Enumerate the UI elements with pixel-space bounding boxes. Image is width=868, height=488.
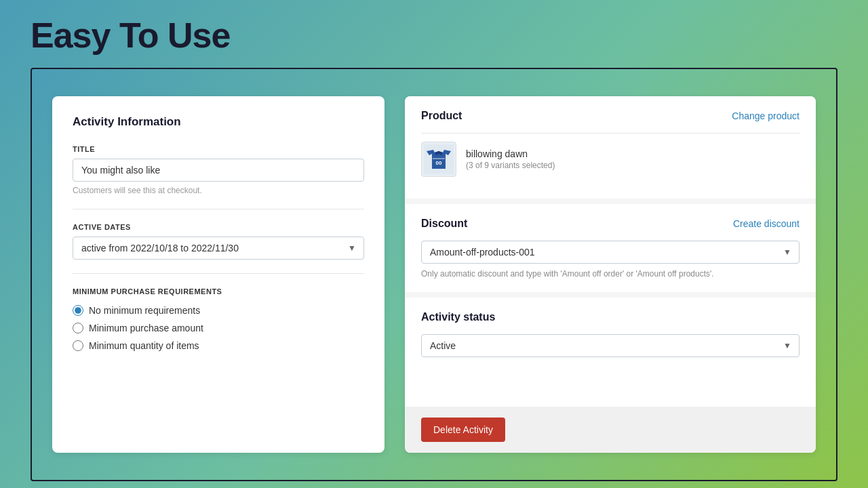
product-info: billowing dawn (3 of 9 variants selected…: [466, 148, 555, 170]
activity-information-title: Activity Information: [73, 115, 364, 129]
product-section-header: Product Change product: [421, 110, 800, 122]
discount-section-header: Discount Create discount: [421, 218, 800, 230]
svg-text:00: 00: [436, 160, 442, 166]
delete-activity-button[interactable]: Delete Activity: [421, 418, 505, 442]
product-variants: (3 of 9 variants selected): [466, 161, 555, 170]
activity-information-card: Activity Information TITLE Customers wil…: [52, 96, 384, 453]
discount-section-title: Discount: [421, 218, 467, 230]
status-section-title: Activity status: [421, 311, 495, 323]
title-field-group: TITLE Customers will see this at checkou…: [73, 145, 364, 195]
min-purchase-label: MINIMUM PURCHASE REQUIREMENTS: [73, 287, 364, 296]
radio-min-amount[interactable]: Minimum purchase amount: [73, 323, 364, 333]
radio-no-min-input[interactable]: [73, 305, 83, 316]
product-section: Product Change product 00: [405, 96, 816, 199]
discount-section: Discount Create discount Amount-off-prod…: [405, 204, 816, 292]
radio-min-qty-label: Minimum quantity of items: [89, 340, 199, 351]
status-section: Activity status Active Inactive ▼: [405, 298, 816, 407]
radio-no-min-label: No minimum requirements: [89, 305, 200, 316]
title-label: TITLE: [73, 145, 364, 153]
product-jersey-svg: 00: [424, 144, 454, 174]
product-row: 00 billowing dawn (3 of 9 variants selec…: [421, 133, 800, 185]
dates-select[interactable]: active from 2022/10/18 to 2022/11/30: [73, 237, 364, 260]
svg-rect-3: [433, 158, 445, 159]
status-select-wrapper: Active Inactive ▼: [421, 334, 800, 357]
right-card: Product Change product 00: [405, 96, 816, 453]
min-purchase-requirements: MINIMUM PURCHASE REQUIREMENTS No minimum…: [73, 287, 364, 351]
radio-min-amount-label: Minimum purchase amount: [89, 323, 203, 333]
page-title: Easy To Use: [0, 0, 868, 68]
dates-select-wrapper: active from 2022/10/18 to 2022/11/30 ▼: [73, 237, 364, 260]
title-input[interactable]: [73, 159, 364, 182]
product-image: 00: [421, 142, 456, 177]
status-select[interactable]: Active Inactive: [421, 334, 800, 357]
status-section-header: Activity status: [421, 311, 800, 323]
discount-select[interactable]: Amount-off-products-001 Amount-off-order…: [421, 241, 800, 264]
divider-1: [73, 209, 364, 209]
radio-min-amount-input[interactable]: [73, 323, 83, 333]
bottom-section: Delete Activity: [405, 407, 816, 453]
product-name: billowing dawn: [466, 148, 555, 159]
divider-2: [73, 273, 364, 274]
discount-select-wrapper: Amount-off-products-001 Amount-off-order…: [421, 241, 800, 264]
radio-no-min[interactable]: No minimum requirements: [73, 305, 364, 316]
change-product-button[interactable]: Change product: [732, 110, 800, 121]
discount-hint: Only automatic discount and type with 'A…: [421, 269, 800, 279]
create-discount-button[interactable]: Create discount: [733, 218, 800, 229]
dates-label: ACTIVE DATES: [73, 223, 364, 231]
main-container: Activity Information TITLE Customers wil…: [31, 68, 837, 481]
title-hint: Customers will see this at checkout.: [73, 186, 364, 195]
product-section-title: Product: [421, 110, 462, 122]
radio-min-qty[interactable]: Minimum quantity of items: [73, 340, 364, 351]
active-dates-field-group: ACTIVE DATES active from 2022/10/18 to 2…: [73, 223, 364, 260]
radio-min-qty-input[interactable]: [73, 340, 83, 351]
radio-group: No minimum requirements Minimum purchase…: [73, 305, 364, 351]
